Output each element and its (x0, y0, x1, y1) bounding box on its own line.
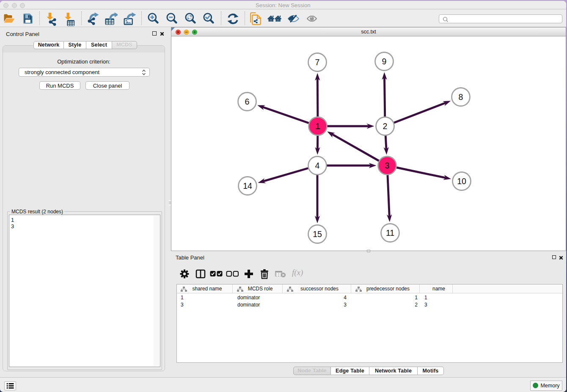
svg-text:2: 2 (383, 121, 388, 131)
svg-text:1: 1 (316, 121, 320, 131)
svg-text:14: 14 (243, 181, 252, 190)
svg-text:7: 7 (315, 58, 320, 67)
svg-text:4: 4 (315, 161, 320, 170)
svg-text:11: 11 (386, 228, 394, 237)
svg-text:9: 9 (382, 57, 387, 66)
svg-text:15: 15 (313, 229, 322, 239)
svg-text:8: 8 (459, 92, 463, 102)
svg-text:3: 3 (385, 161, 390, 170)
svg-text:6: 6 (245, 97, 250, 106)
svg-text:10: 10 (457, 177, 466, 186)
